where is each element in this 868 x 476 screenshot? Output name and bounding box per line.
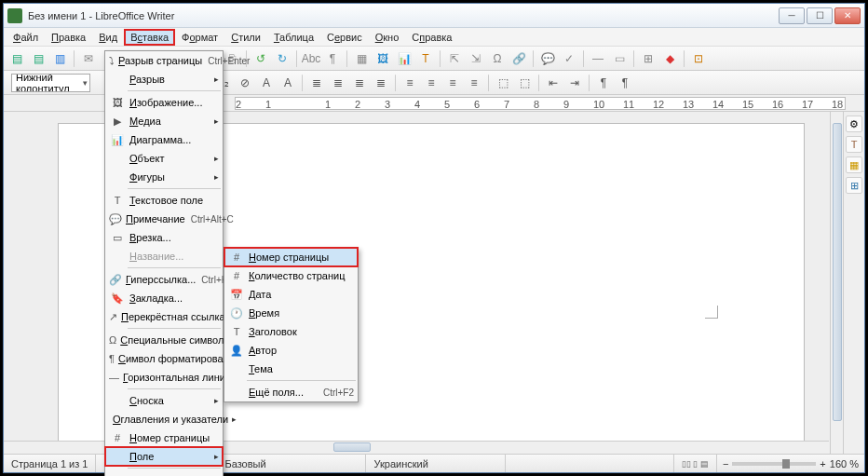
toolbar-btn-20[interactable]: ▦ [352, 49, 371, 68]
vertical-scrollbar[interactable] [830, 112, 843, 454]
menu-формат[interactable]: Формат [176, 30, 224, 45]
toolbar-btn-2[interactable]: ▥ [50, 49, 69, 68]
insert-item-9[interactable]: TТекстовое поле [105, 191, 223, 210]
field-item-5[interactable]: 👤Автор [224, 341, 358, 360]
insert-item-20[interactable]: —Горизонтальная линия [105, 368, 223, 387]
toolbar-btn-26[interactable]: ⇲ [467, 49, 485, 68]
toolbar-btn-34[interactable]: ▭ [610, 49, 629, 68]
toolbar-btn-37[interactable]: ◆ [660, 49, 679, 68]
insert-item-10[interactable]: 💬ПримечаниеCtrl+Alt+C [105, 210, 223, 228]
sidebar-properties-icon[interactable]: ⚙ [846, 116, 862, 132]
zoom-out-icon[interactable]: − [723, 458, 728, 469]
insert-item-4[interactable]: ▶Медиа [105, 112, 223, 130]
menu-файл[interactable]: Файл [7, 30, 44, 45]
toolbar-btn-0[interactable]: ▤ [7, 49, 26, 68]
toolbar-btn-1[interactable]: ▤ [29, 49, 47, 68]
fmt-btn-18[interactable]: ≡ [465, 74, 483, 92]
fmt-btn-21[interactable]: ⬚ [515, 74, 534, 92]
fmt-btn-6[interactable]: ⊘ [236, 74, 254, 92]
zoom-in-icon[interactable]: + [820, 458, 825, 469]
insert-item-5[interactable]: 📊Диаграмма... [105, 130, 223, 149]
fmt-btn-13[interactable]: ≣ [372, 74, 390, 92]
field-item-8[interactable]: Ещё поля...Ctrl+F2 [224, 383, 358, 401]
toolbar-btn-27[interactable]: Ω [488, 49, 507, 68]
hscroll-thumb[interactable] [333, 442, 371, 452]
insert-item-11[interactable]: ▭Врезка... [105, 228, 223, 247]
fmt-btn-10[interactable]: ≣ [307, 74, 326, 92]
toolbar-btn-17[interactable]: Abc [302, 49, 320, 68]
insert-item-0[interactable]: ⤵Разрыв страницыCtrl+Enter [105, 51, 223, 70]
status-view-icons[interactable]: ▯▯ ▯ ▤ [674, 455, 717, 472]
sidebar-navigator-icon[interactable]: ⊞ [846, 177, 862, 194]
insert-item-3[interactable]: 🖼Изображение... [105, 93, 223, 112]
toolbar-btn-18[interactable]: ¶ [323, 49, 342, 68]
fmt-btn-8[interactable]: A [278, 74, 297, 92]
fmt-btn-24[interactable]: ⇥ [565, 74, 584, 92]
minimize-button[interactable]: ─ [779, 7, 805, 24]
menu-справка[interactable]: Справка [406, 30, 457, 45]
field-item-0[interactable]: #Номер страницы [224, 248, 358, 266]
toolbar-btn-33[interactable]: — [589, 49, 607, 68]
fmt-btn-20[interactable]: ⬚ [494, 74, 512, 92]
zoom-control[interactable]: − + 160 % [717, 458, 864, 469]
insert-item-1[interactable]: Разрыв [105, 70, 223, 88]
insert-item-27[interactable]: Колонтитулы [105, 470, 223, 476]
paragraph-style-select[interactable]: Нижний колонтитул [11, 74, 90, 92]
maximize-button[interactable]: ☐ [807, 7, 833, 24]
toolbar-btn-22[interactable]: 📊 [395, 49, 414, 68]
insert-item-22[interactable]: Сноска [105, 391, 223, 410]
menu-вставка[interactable]: Вставка [125, 30, 174, 45]
field-item-2[interactable]: 📅Дата [224, 285, 358, 304]
toolbar-btn-31[interactable]: ✓ [560, 49, 578, 68]
insert-item-15[interactable]: 🔖Закладка... [105, 289, 223, 307]
insert-item-18[interactable]: ΩСпециальные символы... [105, 331, 223, 349]
menu-вид[interactable]: Вид [93, 30, 123, 45]
zoom-value[interactable]: 160 % [830, 458, 859, 469]
fmt-btn-16[interactable]: ≡ [422, 74, 441, 92]
fmt-btn-23[interactable]: ⇤ [544, 74, 563, 92]
toolbar-btn-39[interactable]: ⊡ [689, 49, 708, 68]
insert-item-25[interactable]: Поле [105, 447, 223, 466]
toolbar-btn-14[interactable]: ↺ [251, 49, 270, 68]
horizontal-ruler[interactable]: 2112345678910111213141516171819 [235, 97, 846, 110]
fmt-btn-27[interactable]: ¶ [616, 74, 634, 92]
fmt-btn-17[interactable]: ≡ [443, 74, 462, 92]
sidebar-text-icon[interactable]: T [846, 136, 862, 153]
toolbar-btn-21[interactable]: 🖼 [373, 49, 392, 68]
insert-item-19[interactable]: ¶Символ форматирования [105, 349, 223, 368]
menu-окно[interactable]: Окно [370, 30, 405, 45]
close-button[interactable]: ✕ [834, 7, 861, 24]
menu-таблица[interactable]: Таблица [268, 30, 319, 45]
fmt-btn-26[interactable]: ¶ [594, 74, 613, 92]
sidebar-gallery-icon[interactable]: ▦ [846, 156, 862, 173]
toolbar-btn-15[interactable]: ↻ [273, 49, 292, 68]
field-item-4[interactable]: TЗаголовок [224, 322, 358, 341]
fmt-btn-15[interactable]: ≡ [400, 74, 419, 92]
insert-item-7[interactable]: Фигуры [105, 168, 223, 186]
toolbar-btn-36[interactable]: ⊞ [639, 49, 658, 68]
fmt-btn-11[interactable]: ≣ [329, 74, 347, 92]
insert-item-14[interactable]: 🔗Гиперссылка...Ctrl+K [105, 270, 223, 289]
menu-правка[interactable]: Правка [46, 30, 91, 45]
status-page[interactable]: Страница 1 из 1 [4, 455, 96, 472]
status-lang[interactable]: Украинский [366, 455, 506, 472]
status-style[interactable]: Базовый [217, 455, 366, 472]
toolbar-btn-25[interactable]: ⇱ [445, 49, 464, 68]
field-item-3[interactable]: 🕐Время [224, 304, 358, 322]
menu-стили[interactable]: Стили [225, 30, 266, 45]
toolbar-btn-30[interactable]: 💬 [538, 49, 557, 68]
toolbar-btn-23[interactable]: T [416, 49, 435, 68]
zoom-slider[interactable] [732, 462, 816, 466]
toolbar-btn-4[interactable]: ✉ [79, 49, 98, 68]
field-item-1[interactable]: #Количество страниц [224, 266, 358, 285]
toolbar-btn-28[interactable]: 🔗 [509, 49, 528, 68]
insert-item-24[interactable]: #Номер страницы [105, 428, 223, 447]
scroll-thumb[interactable] [833, 123, 842, 421]
field-item-6[interactable]: Тема [224, 360, 358, 378]
fmt-btn-7[interactable]: A [257, 74, 276, 92]
insert-item-23[interactable]: Оглавления и указатели [105, 410, 223, 428]
fmt-btn-12[interactable]: ≣ [350, 74, 369, 92]
insert-item-16[interactable]: ↗Перекрёстная ссылка... [105, 307, 223, 326]
insert-item-6[interactable]: Объект [105, 149, 223, 168]
menu-сервис[interactable]: Сервис [321, 30, 368, 45]
